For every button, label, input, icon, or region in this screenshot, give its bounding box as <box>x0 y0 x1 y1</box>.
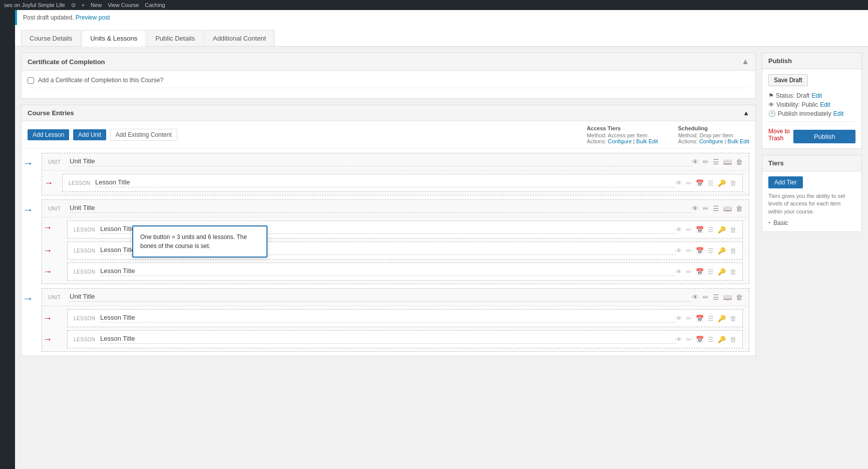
lesson-3-1-title: Lesson Title <box>100 314 676 323</box>
lesson-2-3-title: Lesson Title <box>100 267 676 276</box>
visibility-edit-link[interactable]: Edit <box>820 101 830 108</box>
unit-3-eye-icon[interactable]: 👁 <box>692 293 699 301</box>
add-lesson-button[interactable]: Add Lesson <box>28 129 69 140</box>
lesson-1-1-arrow: → <box>44 178 53 188</box>
lesson-2-1-key-icon[interactable]: 🔑 <box>718 226 726 233</box>
lesson-2-2-calendar-icon[interactable]: 📅 <box>696 247 704 255</box>
unit-2-list-icon[interactable]: ☰ <box>713 204 719 212</box>
lesson-2-2-list-icon[interactable]: ☰ <box>708 247 714 255</box>
publish-status-row: ⚑ Status: Draft Edit <box>768 92 855 99</box>
unit-2-trash-icon[interactable]: 🗑 <box>736 204 743 212</box>
publish-button[interactable]: Publish <box>793 130 855 143</box>
access-configure-link[interactable]: Configure <box>608 138 632 144</box>
admin-bar: ses on Joyful Simple Life ⊙ + New View C… <box>0 0 868 10</box>
unit-1-eye-icon[interactable]: 👁 <box>692 158 699 166</box>
lesson-3-1-calendar-icon[interactable]: 📅 <box>696 315 704 322</box>
admin-menu-view-course[interactable]: View Course <box>108 2 139 8</box>
admin-menu-new[interactable]: New <box>91 2 102 8</box>
lesson-2-1-eye-icon[interactable]: 👁 <box>676 226 682 233</box>
lesson-2-2-trash-icon[interactable]: 🗑 <box>730 247 736 255</box>
lesson-2-3-row: LESSON Lesson Title 👁 ✏ 📅 ☰ 🔑 <box>68 263 742 280</box>
tab-additional-content[interactable]: Additional Content <box>204 30 274 46</box>
certificate-body: Add a Certificate of Completion to this … <box>22 71 755 98</box>
lesson-1-1-edit-icon[interactable]: ✏ <box>686 179 692 187</box>
scheduling-configure-link[interactable]: Configure <box>699 138 723 144</box>
certificate-toggle[interactable]: ▲ <box>741 57 749 66</box>
lesson-3-2-list-icon[interactable]: ☰ <box>708 336 714 343</box>
lesson-2-3-calendar-icon[interactable]: 📅 <box>696 268 704 276</box>
add-existing-button[interactable]: Add Existing Content <box>110 129 177 141</box>
lesson-1-1-calendar-icon[interactable]: 📅 <box>696 179 704 187</box>
lesson-1-1-actions: 👁 ✏ 📅 ☰ 🔑 🗑 <box>676 179 736 187</box>
entries-toggle[interactable]: ▲ <box>743 109 749 117</box>
unit-2-eye-icon[interactable]: 👁 <box>692 204 699 212</box>
lesson-2-2-key-icon[interactable]: 🔑 <box>718 247 726 255</box>
lesson-2-2-edit-icon[interactable]: ✏ <box>686 247 692 255</box>
unit-3-edit-icon[interactable]: ✏ <box>703 293 709 301</box>
tab-course-details[interactable]: Course Details <box>21 30 81 46</box>
access-tiers-method: Method: Access per Item <box>587 132 658 138</box>
lesson-2-1-trash-icon[interactable]: 🗑 <box>730 226 736 233</box>
tab-units-lessons[interactable]: Units & Lessons <box>82 30 146 47</box>
lesson-3-2-trash-icon[interactable]: 🗑 <box>730 336 736 343</box>
lesson-2-3-list-icon[interactable]: ☰ <box>708 268 714 276</box>
unit-2-edit-icon[interactable]: ✏ <box>703 204 709 212</box>
lesson-3-2-row: LESSON Lesson Title 👁 ✏ 📅 ☰ 🔑 <box>68 331 742 348</box>
lesson-1-1-trash-icon[interactable]: 🗑 <box>730 179 736 187</box>
unit-2-book-icon[interactable]: 📖 <box>723 204 732 212</box>
lesson-2-1-edit-icon[interactable]: ✏ <box>686 226 692 233</box>
lesson-2-3-arrow: → <box>43 267 52 277</box>
unit-1-list-icon[interactable]: ☰ <box>713 158 719 166</box>
unit-1-arrow: → <box>23 157 34 170</box>
certificate-checkbox[interactable] <box>28 77 34 84</box>
preview-post-link[interactable]: Preview post <box>76 14 110 21</box>
access-bulk-link[interactable]: Bulk Edit <box>636 138 658 144</box>
lesson-3-2-calendar-icon[interactable]: 📅 <box>696 336 704 343</box>
add-unit-button[interactable]: Add Unit <box>73 129 106 140</box>
lesson-2-3-edit-icon[interactable]: ✏ <box>686 268 692 276</box>
lesson-3-2-wrapper: → LESSON Lesson Title 👁 ✏ <box>42 330 749 348</box>
lesson-2-1-wrapper: → LESSON Lesson Title 👁 ✏ <box>42 220 749 239</box>
tab-public-details[interactable]: Public Details <box>147 30 203 46</box>
certificate-title: Certificate of Completion <box>28 58 105 66</box>
unit-2-actions: 👁 ✏ ☰ 📖 🗑 <box>692 204 743 212</box>
lesson-2-2-actions: 👁 ✏ 📅 ☰ 🔑 🗑 <box>676 247 736 255</box>
lesson-1-1-list-icon[interactable]: ☰ <box>708 179 714 187</box>
unit-3-title: Unit Title <box>70 293 692 302</box>
lesson-3-2-edit-icon[interactable]: ✏ <box>686 336 692 343</box>
unit-1-container: UNIT Unit Title 👁 ✏ ☰ 📖 🗑 <box>42 153 749 195</box>
scheduling-info: Scheduling Method: Drop per Item Actions… <box>678 125 749 144</box>
unit-3-list-icon[interactable]: ☰ <box>713 293 719 301</box>
lesson-2-3-key-icon[interactable]: 🔑 <box>718 268 726 276</box>
lesson-2-1-list-icon[interactable]: ☰ <box>708 226 714 233</box>
move-to-trash-link[interactable]: Move to Trash <box>768 128 793 142</box>
save-draft-button[interactable]: Save Draft <box>768 74 808 86</box>
unit-1-book-icon[interactable]: 📖 <box>723 158 732 166</box>
status-edit-link[interactable]: Edit <box>811 92 822 99</box>
unit-1-trash-icon[interactable]: 🗑 <box>736 158 743 166</box>
unit-1-edit-icon[interactable]: ✏ <box>703 158 709 166</box>
lesson-2-3-label: LESSON <box>74 269 96 275</box>
lesson-1-1-key-icon[interactable]: 🔑 <box>718 179 726 187</box>
scheduling-bulk-link[interactable]: Bulk Edit <box>728 138 749 144</box>
publish-immediately-edit-link[interactable]: Edit <box>833 110 844 117</box>
lesson-3-1-edit-icon[interactable]: ✏ <box>686 315 692 322</box>
lesson-3-1-eye-icon[interactable]: 👁 <box>676 315 682 322</box>
lesson-3-2-key-icon[interactable]: 🔑 <box>718 336 726 343</box>
lesson-2-3-trash-icon[interactable]: 🗑 <box>730 268 736 276</box>
certificate-checkbox-row[interactable]: Add a Certificate of Completion to this … <box>28 77 749 84</box>
page-content: Certificate of Completion ▲ Add a Certif… <box>15 47 868 368</box>
unit-3-book-icon[interactable]: 📖 <box>723 293 732 301</box>
flag-icon: ⚑ <box>768 92 774 99</box>
lesson-3-1-list-icon[interactable]: ☰ <box>708 315 714 322</box>
lesson-2-2-eye-icon[interactable]: 👁 <box>676 247 682 255</box>
lesson-2-1-calendar-icon[interactable]: 📅 <box>696 226 704 233</box>
admin-menu-caching[interactable]: Caching <box>145 2 165 8</box>
lesson-3-1-trash-icon[interactable]: 🗑 <box>730 315 736 322</box>
lesson-1-1-eye-icon[interactable]: 👁 <box>676 179 682 187</box>
unit-3-trash-icon[interactable]: 🗑 <box>736 293 743 301</box>
lesson-3-1-key-icon[interactable]: 🔑 <box>718 315 726 322</box>
lesson-3-2-eye-icon[interactable]: 👁 <box>676 336 682 343</box>
lesson-2-3-eye-icon[interactable]: 👁 <box>676 268 682 276</box>
add-tier-button[interactable]: Add Tier <box>768 176 803 188</box>
